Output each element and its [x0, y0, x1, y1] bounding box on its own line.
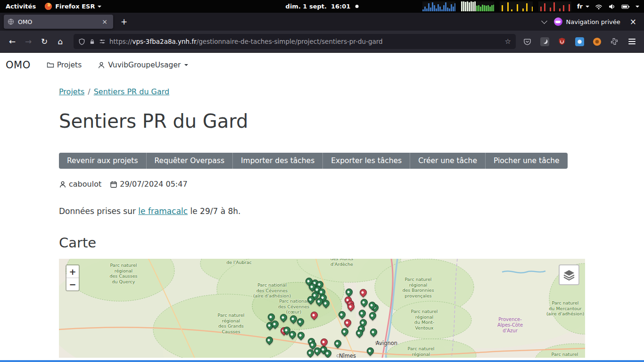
lock-icon[interactable]: [89, 38, 95, 45]
clock[interactable]: dim. 1 sept. 16:01: [286, 3, 351, 10]
created-date: 29/07/2024 05:47: [120, 180, 187, 189]
map-label-park: des Montsd'Ardèche: [330, 259, 354, 267]
system-monitor-graph: [500, 1, 533, 11]
map-marker-green[interactable]: [365, 346, 375, 356]
map-marker-green[interactable]: [340, 327, 350, 337]
activities-button[interactable]: Activités: [6, 3, 36, 10]
map-marker-green[interactable]: [333, 338, 343, 348]
map-label-park: Parc nationaldes Cévennes(cœur): [278, 298, 310, 315]
app-menu-caret-icon: [98, 6, 101, 9]
map-layers-control[interactable]: [559, 264, 579, 285]
zoom-out-button[interactable]: −: [66, 278, 79, 290]
site-header: OMO Projets VuvibGroupeUsager: [0, 53, 644, 78]
globe-icon: [8, 18, 14, 25]
back-button[interactable]: ←: [5, 34, 20, 49]
user-menu-caret-icon: [184, 64, 188, 68]
new-tab-button[interactable]: +: [116, 16, 132, 27]
clock-indicator-dot: [355, 5, 358, 8]
leaflet-map[interactable]: Parc naturelrégionaldes Caussesdu Quercy…: [59, 259, 585, 358]
private-mask-icon: [554, 17, 562, 26]
project-description: Données prises sur le framacalc le 29/7 …: [59, 206, 585, 216]
user-menu-label: VuvibGroupeUsager: [108, 61, 181, 69]
map-marker-red[interactable]: [319, 337, 329, 347]
map-marker-green[interactable]: [337, 310, 347, 320]
wifi-icon[interactable]: [595, 3, 603, 10]
map-section-heading: Carte: [59, 235, 585, 251]
import-tasks-button[interactable]: Importer des tâches: [232, 153, 322, 169]
bottom-edge-strip: [0, 360, 644, 362]
private-badge-label: Navigation privée: [566, 18, 620, 25]
description-suffix: le 29/7 à 8h.: [190, 206, 241, 216]
window-close-button[interactable]: ×: [628, 17, 638, 26]
keyboard-layout-label: fr: [577, 3, 583, 10]
url-bar[interactable]: https://vps-3fba2a8a.ynh.fr/gestionnaire…: [74, 34, 516, 49]
map-marker-red[interactable]: [343, 318, 353, 328]
map-marker-green[interactable]: [368, 311, 378, 321]
framacalc-link[interactable]: le framacalc: [138, 206, 188, 216]
app-menu[interactable]: Firefox ESR: [44, 2, 101, 10]
map-markers-layer: [59, 259, 585, 358]
map-marker-green[interactable]: [264, 335, 274, 345]
ublock-origin-icon[interactable]: [555, 35, 569, 48]
pick-task-button[interactable]: Piocher une tâche: [485, 153, 568, 169]
reload-button[interactable]: ↻: [37, 34, 52, 49]
extension-icon-blue[interactable]: [573, 35, 586, 48]
volume-icon[interactable]: [608, 3, 616, 10]
nav-projects-label: Projets: [57, 61, 82, 69]
extension-icon-orange[interactable]: [590, 35, 603, 48]
breadcrumb-separator: /: [88, 87, 90, 96]
url-text[interactable]: https://vps-3fba2a8a.ynh.fr/gestionnaire…: [109, 38, 501, 45]
breadcrumb-projects-link[interactable]: Projets: [59, 87, 84, 96]
bookmark-star-icon[interactable]: ☆: [505, 37, 511, 46]
map-marker-green[interactable]: [296, 330, 306, 340]
tab-title: OMO: [18, 18, 96, 25]
overpass-query-button[interactable]: Requêter Overpass: [146, 153, 233, 169]
map-marker-green[interactable]: [359, 297, 369, 307]
create-task-button[interactable]: Créer une tâche: [410, 153, 485, 169]
system-menu-caret-icon[interactable]: [636, 6, 639, 9]
map-label-park: Parc naturelrégional: [408, 346, 435, 357]
map-marker-green[interactable]: [369, 327, 379, 337]
map-marker-red[interactable]: [358, 288, 368, 297]
extension-icon-darkreader[interactable]: [538, 35, 551, 48]
map-label-park: Parc naturelrégionaldes Baronniesprovenç…: [402, 277, 434, 298]
forward-button[interactable]: →: [21, 34, 36, 49]
keyboard-layout-indicator[interactable]: fr: [577, 3, 589, 10]
person-icon: [98, 61, 105, 69]
nav-projects-link[interactable]: Projets: [47, 61, 82, 69]
menu-button[interactable]: [625, 35, 638, 48]
project-toolbar: Revenir aux projets Requêter Overpass Im…: [59, 153, 568, 169]
browser-tab-omo[interactable]: OMO ×: [4, 15, 113, 29]
system-monitor-graph: [422, 1, 455, 11]
map-zoom-control: + −: [66, 264, 80, 291]
page-title: Sentiers PR du Gard: [59, 110, 585, 132]
battery-icon[interactable]: [621, 3, 630, 10]
export-tasks-button[interactable]: Exporter les tâches: [322, 153, 410, 169]
description-prefix: Données prises sur: [59, 206, 136, 216]
map-label-park: Parc naturel: [552, 352, 578, 357]
map-marker-red[interactable]: [309, 310, 319, 320]
site-brand[interactable]: OMO: [6, 59, 31, 71]
tracking-protection-shield-icon[interactable]: [78, 38, 85, 45]
browser-tab-bar: OMO × + Navigation privée ×: [0, 13, 644, 31]
user-menu[interactable]: VuvibGroupeUsager: [98, 61, 188, 69]
map-label-region: Provence-Alpes-Côted'Azur: [497, 317, 523, 334]
system-monitor-graph: [538, 1, 571, 11]
zoom-in-button[interactable]: +: [66, 265, 79, 278]
breadcrumb-current-link[interactable]: Sentiers PR du Gard: [94, 87, 170, 96]
map-marker-green[interactable]: [344, 287, 354, 297]
map-label-park: Parc natureldu Mercantour(aire d'adhésio…: [546, 300, 584, 317]
tab-close-button[interactable]: ×: [100, 17, 109, 26]
author-icon: [59, 181, 66, 188]
pocket-icon[interactable]: [520, 35, 534, 48]
list-tabs-chevron-icon[interactable]: [541, 18, 547, 24]
map-marker-green[interactable]: [357, 308, 367, 318]
back-to-projects-button[interactable]: Revenir aux projets: [59, 153, 146, 169]
private-browsing-badge: Navigation privée: [554, 17, 620, 26]
home-button[interactable]: ⌂: [53, 34, 68, 49]
map-label-park: de l'Aubrac: [226, 260, 252, 265]
extensions-puzzle-icon[interactable]: [608, 35, 621, 48]
permissions-icon[interactable]: [99, 38, 106, 45]
app-menu-label: Firefox ESR: [55, 3, 95, 10]
breadcrumb: Projets/Sentiers PR du Gard: [59, 87, 585, 96]
